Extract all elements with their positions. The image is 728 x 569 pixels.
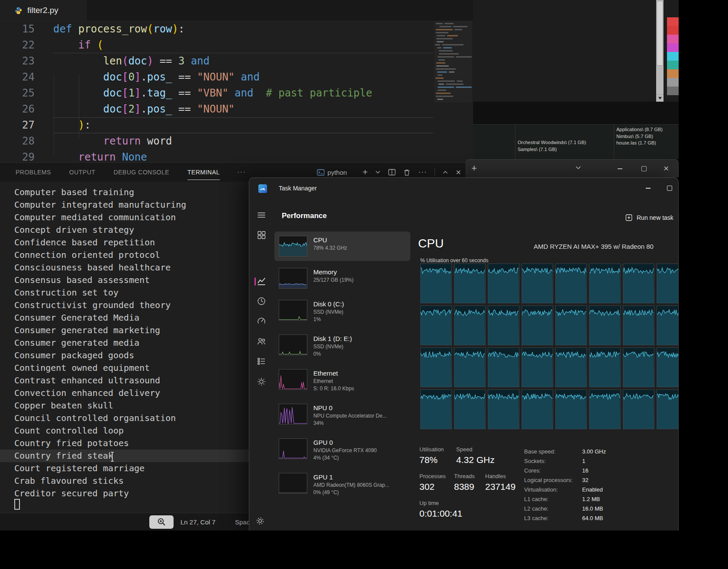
perf-item-gpu1[interactable]: GPU 1AMD Radeon(TM) 8060S Grap...0% (49 … — [274, 469, 410, 501]
maximize-button[interactable] — [641, 166, 647, 171]
perf-graph-thumbnail — [279, 473, 307, 494]
code-editor[interactable]: 15def process_row(row):22 if (23 len(doc… — [0, 21, 473, 162]
spec-label: Cores: — [524, 466, 582, 476]
line-number: 28 — [0, 133, 35, 149]
task-manager-titlebar[interactable]: Task Manager — [249, 178, 678, 199]
stat-threads-value: 8389 — [454, 482, 474, 492]
perf-item-ethernet[interactable]: EthernetEthernetS: 0 R: 16.0 Kbps — [274, 365, 410, 397]
new-tab-button[interactable]: + — [471, 160, 477, 177]
cpu-chip-name: AMD RYZEN AI MAX+ 395 w/ Radeon 80 — [534, 243, 654, 250]
code-line[interactable]: 23 len(doc) == 3 and — [0, 53, 473, 69]
panel-tab-debug-console[interactable]: DEBUG CONSOLE — [113, 163, 169, 182]
maximize-panel-chevron-icon[interactable] — [443, 170, 448, 174]
minimize-button[interactable] — [618, 168, 622, 169]
maximize-button[interactable] — [660, 178, 679, 199]
perf-graph-thumbnail — [279, 369, 307, 390]
code-line[interactable]: 22 if ( — [0, 37, 473, 53]
treemap-right: Applications\ (8.7 GB)Nimbus\ (5.7 GB)ho… — [616, 126, 663, 147]
code-line[interactable]: 27 ): — [0, 117, 473, 133]
treemap-left: Orchestral Woodwinds\ (7.1 GB)Samples\ (… — [518, 139, 586, 153]
code-line[interactable]: 26 doc[2].pos_ == "NOUN" — [0, 101, 473, 117]
code-line[interactable]: 29 return None — [0, 149, 473, 162]
palette-swatch — [667, 35, 679, 43]
code-line[interactable]: 25 doc[1].tag_ == "VBN" and # past parti… — [0, 85, 473, 101]
terminal-dropdown-chevron-icon[interactable] — [375, 170, 380, 174]
perf-sub: 25/127 GB (19%) — [313, 276, 354, 284]
menu-hamburger-icon[interactable] — [257, 210, 266, 220]
panel-tab-output[interactable]: OUTPUT — [69, 163, 96, 182]
cpu-core-graph — [522, 264, 553, 303]
perf-sub: 78% 4.32 GHz — [313, 244, 347, 252]
zoom-button[interactable] — [149, 515, 174, 529]
perf-sub: SSD (NVMe) — [313, 309, 344, 316]
stat-utilisation-value: 78% — [419, 455, 438, 465]
stat-utilisation-label: Utilisation — [419, 446, 444, 453]
terminal-more-actions-button[interactable]: ··· — [418, 168, 427, 177]
stat-uptime-label: Up time — [419, 500, 439, 506]
panel-tab-problems[interactable]: PROBLEMS — [16, 163, 51, 182]
perf-item-disk1[interactable]: Disk 1 (D: E:)SSD (NVMe)0% — [274, 330, 410, 362]
nav-users-icon[interactable] — [257, 337, 266, 346]
cpu-core-graph — [522, 305, 553, 345]
perf-item-disk0[interactable]: Disk 0 (C:)SSD (NVMe)1% — [274, 296, 410, 328]
cpu-core-graph — [623, 305, 654, 345]
cpu-core-graph — [623, 347, 654, 387]
nav-services-icon[interactable] — [257, 377, 266, 386]
terminal-shell-chip[interactable]: python — [317, 169, 347, 176]
perf-item-gpu0[interactable]: GPU 0NVIDIA GeForce RTX 40904% (34 °C) — [274, 434, 410, 466]
stat-processes-value: 302 — [419, 482, 435, 492]
spec-value: 64.0 MB — [582, 514, 603, 523]
cpu-core-graph — [454, 347, 486, 387]
perf-sub: 4% (34 °C) — [313, 454, 377, 462]
panel-overflow-button[interactable]: ··· — [237, 168, 246, 177]
palette-swatch — [667, 69, 679, 78]
perf-name: Memory — [313, 268, 354, 276]
stat-threads-label: Threads — [454, 473, 475, 479]
cpu-core-graph — [555, 305, 587, 345]
settings-gear-icon[interactable] — [255, 516, 265, 526]
scroll-down-arrow[interactable] — [656, 94, 664, 102]
status-line-col[interactable]: Ln 27, Col 7 — [180, 513, 216, 530]
tab-label: filter2.py — [27, 6, 58, 15]
spec-label: L1 cache: — [524, 495, 582, 504]
close-button[interactable]: × — [664, 160, 669, 177]
split-terminal-icon[interactable] — [388, 169, 396, 176]
perf-graph-thumbnail — [279, 404, 307, 424]
scrollbar[interactable] — [656, 0, 664, 102]
chevron-down-icon[interactable] — [575, 166, 581, 170]
editor-tab-filter2py[interactable]: filter2.py — [0, 0, 87, 21]
panel-tab-terminal[interactable]: TERMINAL — [187, 163, 220, 182]
kill-terminal-trash-icon[interactable] — [403, 169, 410, 176]
minimize-button[interactable] — [638, 178, 658, 199]
scrollbar-thumb[interactable] — [657, 1, 663, 66]
cpu-core-graph — [488, 264, 519, 303]
code-line[interactable]: 24 doc[0].pos_ == "NOUN" and — [0, 69, 473, 85]
divider — [435, 168, 435, 176]
stat-handles-label: Handles — [485, 473, 506, 479]
perf-graph-thumbnail — [279, 300, 307, 321]
nav-startup-apps-icon[interactable] — [257, 316, 266, 326]
cpu-core-graph — [589, 305, 621, 345]
background-window-titlebar[interactable]: + × — [466, 159, 679, 177]
line-number: 23 — [0, 53, 35, 69]
color-palette[interactable] — [667, 17, 679, 95]
cpu-core-graph — [420, 347, 452, 387]
perf-item-npu0[interactable]: NPU 0NPU Compute Accelerator De...34% — [274, 399, 410, 431]
cpu-core-graph — [623, 264, 654, 303]
nav-performance-icon[interactable] — [257, 276, 266, 286]
close-panel-button[interactable]: × — [456, 168, 461, 177]
nav-processes-icon[interactable] — [257, 230, 266, 240]
new-terminal-button[interactable]: + — [363, 168, 368, 177]
code-line[interactable]: 28 return word — [0, 133, 473, 149]
perf-item-cpu[interactable]: CPU78% 4.32 GHz — [274, 231, 410, 261]
spec-row: L2 cache:16.0 MB — [524, 504, 676, 514]
perf-sub: Ethernet — [313, 378, 354, 385]
perf-item-memory[interactable]: Memory25/127 GB (19%) — [274, 264, 410, 293]
spec-value: 3.00 GHz — [582, 447, 606, 456]
nav-details-icon[interactable] — [257, 357, 266, 366]
disk-usage-treemap[interactable]: Orchestral Woodwinds\ (7.1 GB)Samples\ (… — [473, 124, 679, 159]
code-line[interactable]: 15def process_row(row): — [0, 21, 473, 37]
minimap[interactable] — [434, 21, 472, 103]
run-new-task-button[interactable]: Run new task — [621, 210, 678, 225]
nav-app-history-icon[interactable] — [257, 296, 266, 306]
